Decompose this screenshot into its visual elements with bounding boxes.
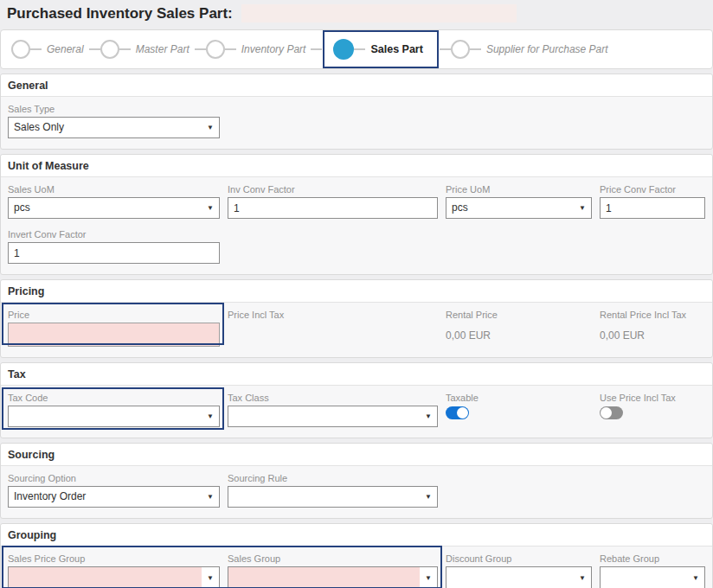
step-connector [30, 48, 42, 50]
invert-conv-factor-label: Invert Conv Factor [8, 229, 220, 240]
section-pricing: Pricing Price Price Incl Tax Rental Pric… [0, 279, 713, 358]
sales-price-group-field: Sales Price Group ▼ [8, 553, 220, 588]
dropdown-arrow-icon: ▼ [202, 487, 219, 507]
sourcing-fields-row: Sourcing Option Inventory Order ▼ Sourci… [1, 466, 712, 518]
tax-class-field: Tax Class ▼ [228, 393, 438, 427]
dropdown-arrow-icon: ▼ [202, 118, 219, 137]
dropdown-arrow-icon: ▼ [202, 406, 219, 426]
sourcing-rule-field: Sourcing Rule ▼ [228, 473, 438, 508]
step-label: Sales Part [370, 43, 422, 55]
price-conv-factor-field: Price Conv Factor [600, 184, 705, 219]
title-row: Purchased Inventory Sales Part: [0, 0, 713, 22]
price-field: Price [8, 310, 220, 347]
pricing-fields-row: Price Price Incl Tax Rental Price 0,00 E… [1, 303, 712, 357]
sales-group-dropdown[interactable]: ▼ [228, 566, 438, 588]
price-incl-tax-label: Price Incl Tax [228, 310, 438, 320]
part-name-highlight-field [241, 4, 517, 22]
step-circle-icon [11, 40, 30, 59]
sales-group-value [228, 567, 420, 588]
sales-type-field: Sales Type Sales Only ▼ [8, 104, 220, 138]
sales-group-label: Sales Group [228, 553, 438, 564]
taxable-toggle[interactable] [446, 406, 469, 419]
step-general[interactable]: General [11, 40, 89, 59]
purchased-inventory-sales-part-page: Purchased Inventory Sales Part: General … [0, 0, 713, 588]
step-connector [89, 48, 100, 50]
rental-price-field: Rental Price 0,00 EUR [446, 310, 592, 347]
toggle-knob [601, 407, 612, 419]
sales-price-group-value [9, 567, 202, 588]
rental-price-incl-tax-field: Rental Price Incl Tax 0,00 EUR [600, 310, 705, 347]
price-conv-factor-input[interactable] [600, 197, 705, 219]
discount-group-label: Discount Group [446, 553, 592, 564]
dropdown-arrow-icon: ▼ [420, 406, 437, 426]
price-conv-factor-label: Price Conv Factor [600, 184, 705, 195]
sales-uom-dropdown[interactable]: pcs ▼ [8, 197, 220, 219]
dropdown-arrow-icon: ▼ [420, 487, 437, 507]
dropdown-arrow-icon: ▼ [202, 567, 219, 588]
dropdown-arrow-icon: ▼ [420, 567, 437, 588]
toggle-knob [457, 407, 468, 419]
step-connector [470, 48, 481, 50]
step-circle-icon [206, 40, 225, 59]
section-sourcing: Sourcing Sourcing Option Inventory Order… [0, 443, 713, 519]
sales-uom-label: Sales UoM [8, 184, 220, 195]
price-uom-label: Price UoM [446, 184, 592, 195]
step-master-part[interactable]: Master Part [100, 40, 195, 59]
price-uom-field: Price UoM pcs ▼ [446, 184, 592, 219]
step-label: Inventory Part [241, 43, 306, 55]
dropdown-arrow-icon: ▼ [574, 198, 591, 218]
grouping-fields-row: Sales Price Group ▼ Sales Group ▼ Discou… [1, 546, 712, 588]
section-unit-of-measure-title: Unit of Measure [1, 155, 712, 177]
rebate-group-label: Rebate Group [600, 553, 705, 564]
discount-group-dropdown[interactable]: ▼ [446, 566, 592, 588]
step-supplier-for-purchase-part[interactable]: Supplier for Purchase Part [451, 40, 613, 59]
general-fields-row: Sales Type Sales Only ▼ [1, 97, 712, 149]
section-unit-of-measure: Unit of Measure Sales UoM pcs ▼ Inv Conv… [0, 154, 713, 275]
price-uom-dropdown[interactable]: pcs ▼ [446, 197, 592, 219]
section-tax: Tax Tax Code ▼ Tax Class ▼ Taxable [0, 362, 713, 438]
tax-code-value [9, 406, 202, 426]
inv-conv-factor-label: Inv Conv Factor [228, 184, 438, 195]
step-label: Master Part [136, 43, 189, 55]
dropdown-arrow-icon: ▼ [574, 567, 591, 588]
sourcing-option-dropdown[interactable]: Inventory Order ▼ [8, 486, 220, 508]
step-label: General [47, 43, 84, 55]
step-inventory-part[interactable]: Inventory Part [206, 40, 312, 59]
tax-class-dropdown[interactable]: ▼ [228, 406, 438, 427]
section-general-title: General [1, 74, 712, 97]
step-connector [119, 48, 131, 50]
use-price-incl-tax-toggle[interactable] [600, 406, 623, 419]
step-sales-part-active[interactable]: Sales Part [323, 30, 438, 68]
taxable-field: Taxable [446, 393, 592, 427]
sales-type-value: Sales Only [9, 118, 202, 137]
invert-conv-factor-input[interactable] [8, 242, 220, 264]
dropdown-arrow-icon: ▼ [202, 198, 219, 218]
step-connector [354, 48, 365, 50]
sourcing-option-field: Sourcing Option Inventory Order ▼ [8, 473, 220, 508]
inv-conv-factor-field: Inv Conv Factor [228, 184, 438, 219]
wizard-stepper: General Master Part Inventory Part Sales… [0, 29, 713, 69]
price-label: Price [8, 310, 220, 320]
sourcing-rule-label: Sourcing Rule [228, 473, 438, 483]
sales-type-dropdown[interactable]: Sales Only ▼ [8, 117, 220, 138]
sales-group-field: Sales Group ▼ [228, 553, 438, 588]
price-uom-value: pcs [446, 198, 574, 218]
invert-conv-factor-field: Invert Conv Factor [8, 229, 220, 264]
tax-code-dropdown[interactable]: ▼ [8, 406, 220, 427]
inv-conv-factor-input[interactable] [228, 197, 438, 219]
dropdown-arrow-icon: ▼ [687, 567, 704, 588]
step-label: Supplier for Purchase Part [486, 43, 608, 55]
sourcing-option-label: Sourcing Option [8, 473, 220, 483]
step-connector [311, 48, 322, 50]
sales-price-group-dropdown[interactable]: ▼ [8, 566, 220, 588]
price-input[interactable] [8, 323, 220, 347]
rental-price-label: Rental Price [446, 310, 592, 320]
section-grouping-title: Grouping [1, 524, 712, 546]
sourcing-rule-dropdown[interactable]: ▼ [228, 486, 438, 508]
step-circle-active-icon [333, 39, 354, 60]
section-grouping: Grouping Sales Price Group ▼ Sales Group… [0, 523, 713, 588]
tax-code-field: Tax Code ▼ [8, 393, 220, 427]
rebate-group-dropdown[interactable]: ▼ [600, 566, 705, 588]
sales-price-group-label: Sales Price Group [8, 553, 220, 564]
price-incl-tax-field: Price Incl Tax [228, 310, 438, 347]
